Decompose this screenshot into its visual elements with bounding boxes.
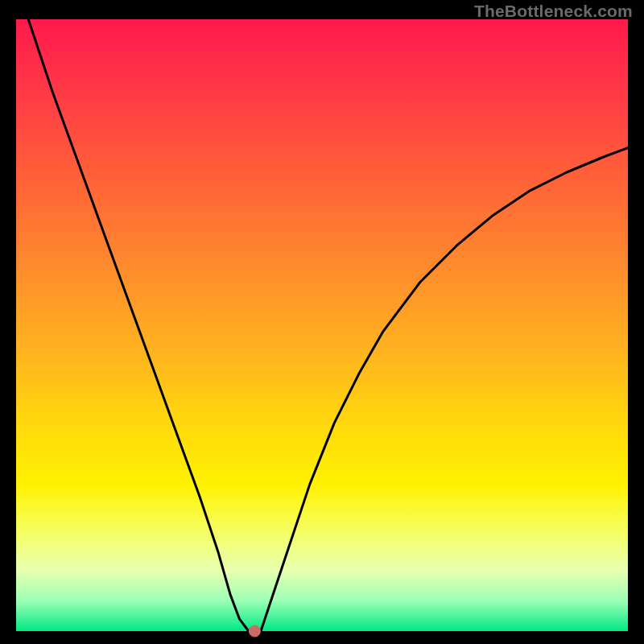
plot-container xyxy=(16,19,628,631)
watermark-text: TheBottleneck.com xyxy=(474,2,633,21)
bottleneck-curve xyxy=(28,19,628,631)
curve-layer xyxy=(16,19,628,631)
minimum-marker xyxy=(249,625,260,637)
chart-frame: TheBottleneck.com xyxy=(0,0,644,644)
